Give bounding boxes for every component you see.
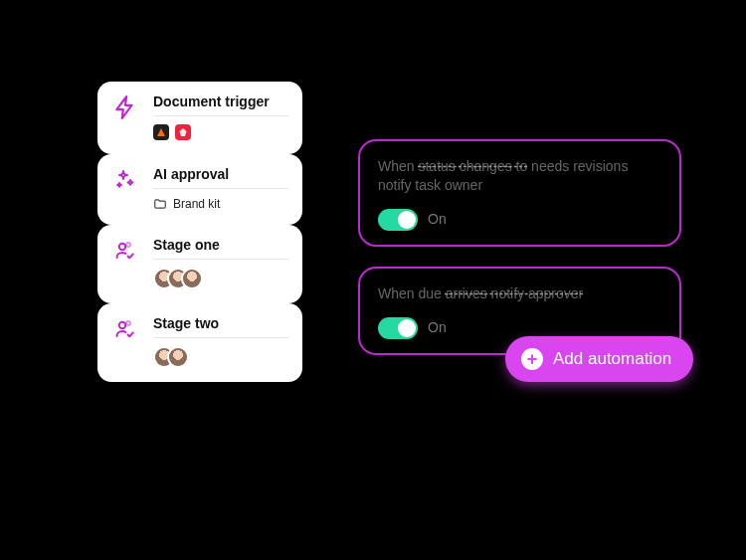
stage-title: Document trigger <box>153 93 288 116</box>
add-automation-label: Add automation <box>553 349 671 369</box>
stage-meta <box>153 124 288 140</box>
stage-title: Stage one <box>153 237 288 260</box>
app-badge-icon <box>175 124 191 140</box>
person-check-icon <box>111 237 139 265</box>
automation-text: When due arrives notify approver <box>378 284 661 303</box>
stage-subtext: Brand kit <box>173 197 220 211</box>
stage-title: AI approval <box>153 166 288 189</box>
avatar <box>167 346 189 368</box>
svg-point-3 <box>126 321 130 325</box>
automation-toggle[interactable] <box>378 209 418 231</box>
person-check-icon <box>111 315 139 343</box>
assignee-avatars <box>153 268 288 289</box>
stage-document-trigger[interactable]: Document trigger <box>97 82 302 154</box>
folder-icon <box>153 197 167 211</box>
toggle-label: On <box>428 210 447 229</box>
connector-stage-to-automation <box>302 319 358 321</box>
automation-toggle[interactable] <box>378 317 418 339</box>
stage-two[interactable]: Stage two <box>97 303 302 382</box>
automations-column: When status changes to needs revisions n… <box>358 139 681 355</box>
app-badge-icon <box>153 124 169 140</box>
stage-meta: Brand kit <box>153 197 288 211</box>
avatar <box>181 268 203 289</box>
svg-point-1 <box>126 243 130 247</box>
workflow-stages-column: Document trigger AI approval Brand kit <box>97 82 302 382</box>
toggle-label: On <box>428 318 447 337</box>
add-automation-button[interactable]: + Add automation <box>505 336 693 382</box>
sparkle-icon <box>111 166 139 194</box>
stage-title: Stage two <box>153 315 288 338</box>
svg-point-2 <box>119 322 125 328</box>
lightning-icon <box>111 93 139 121</box>
plus-icon: + <box>521 348 543 370</box>
automation-text: When status changes to needs revisions n… <box>378 157 661 195</box>
automation-rule[interactable]: When status changes to needs revisions n… <box>358 139 681 247</box>
svg-point-0 <box>119 244 125 250</box>
assignee-avatars <box>153 346 288 368</box>
stage-one[interactable]: Stage one <box>97 225 302 303</box>
stage-ai-approval[interactable]: AI approval Brand kit <box>97 154 302 225</box>
